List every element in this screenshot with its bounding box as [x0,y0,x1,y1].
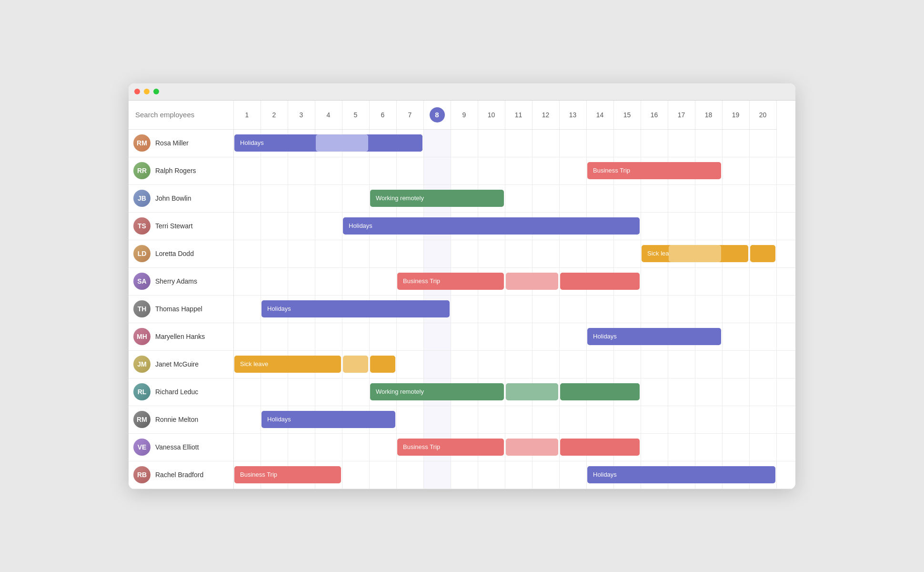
day-cell-9-4 [315,350,342,378]
day-cell-12-11 [505,433,532,461]
day-cell-13-20 [749,461,776,489]
day-cell-4-14 [586,212,613,240]
day-cell-8-16 [641,323,668,350]
day-cell-11-16 [641,406,668,433]
day-header-11: 11 [505,101,532,130]
day-cell-4-8 [423,212,451,240]
day-cell-11-14 [586,406,613,433]
day-cell-2-14 [586,157,613,184]
table-row: RRRalph RogersBusiness Trip [129,157,795,184]
avatar: RM [133,411,151,428]
day-cell-5-20 [749,240,776,267]
day-cell-2-20 [749,157,776,184]
day-cell-12-15 [613,433,641,461]
day-cell-8-20 [749,323,776,350]
day-cell-10-9 [451,378,478,406]
day-cell-13-6 [369,461,396,489]
day-header-16: 16 [641,101,668,130]
day-cell-11-17 [668,406,695,433]
day-cell-2-11 [505,157,532,184]
close-dot[interactable] [134,89,140,94]
day-cell-12-6 [369,433,396,461]
day-cell-6-11 [505,267,532,295]
day-header-6: 6 [369,101,396,130]
day-cell-3-19 [722,184,749,212]
day-cell-3-10 [478,184,505,212]
day-cell-12-16 [641,433,668,461]
day-header-1: 1 [233,101,261,130]
day-cell-3-9 [451,184,478,212]
day-cell-3-18 [695,184,722,212]
day-cell-4-3 [288,212,315,240]
day-cell-6-18 [695,267,722,295]
day-header-9: 9 [451,101,478,130]
day-cell-12-13 [559,433,586,461]
day-cell-4-9 [451,212,478,240]
day-cell-7-18 [695,295,722,323]
day-cell-2-1 [233,157,261,184]
day-cell-5-5 [342,240,369,267]
day-cell-7-10 [478,295,505,323]
day-cell-10-18 [695,378,722,406]
day-cell-8-9 [451,323,478,350]
day-cell-13-1 [233,461,261,489]
search-input[interactable] [135,111,233,119]
day-cell-6-2 [261,267,288,295]
day-cell-11-10 [478,406,505,433]
search-header[interactable] [129,101,233,130]
day-header-4: 4 [315,101,342,130]
day-cell-1-10 [478,129,505,157]
table-row: SASherry AdamsBusiness Trip [129,267,795,295]
day-cell-1-19 [722,129,749,157]
maximize-dot[interactable] [153,89,159,94]
day-cell-4-18 [695,212,722,240]
day-cell-12-14 [586,433,613,461]
day-cell-4-2 [261,212,288,240]
day-cell-5-17 [668,240,695,267]
titlebar [129,83,795,101]
day-cell-13-2 [261,461,288,489]
table-row: JBJohn BowlinWorking remotely [129,184,795,212]
day-cell-4-17 [668,212,695,240]
day-cell-13-16 [641,461,668,489]
day-cell-13-12 [532,461,559,489]
day-header-10: 10 [478,101,505,130]
day-header-8: 8 [423,101,451,130]
day-cell-1-7 [396,129,423,157]
day-cell-6-13 [559,267,586,295]
day-cell-2-2 [261,157,288,184]
day-cell-10-16 [641,378,668,406]
day-cell-5-1 [233,240,261,267]
day-cell-6-15 [613,267,641,295]
day-cell-1-5 [342,129,369,157]
day-cell-13-11 [505,461,532,489]
day-cell-9-3 [288,350,315,378]
day-cell-9-20 [749,350,776,378]
day-cell-2-13 [559,157,586,184]
day-cell-13-15 [613,461,641,489]
day-cell-12-17 [668,433,695,461]
table-row: JMJanet McGuireSick leave [129,350,795,378]
day-cell-4-19 [722,212,749,240]
day-cell-11-4 [315,406,342,433]
day-cell-8-12 [532,323,559,350]
day-cell-1-6 [369,129,396,157]
day-cell-7-15 [613,295,641,323]
day-cell-4-6 [369,212,396,240]
day-cell-8-7 [396,323,423,350]
day-cell-5-3 [288,240,315,267]
avatar: LD [133,245,151,262]
day-cell-2-10 [478,157,505,184]
day-cell-2-16 [641,157,668,184]
day-cell-8-6 [369,323,396,350]
day-cell-8-8 [423,323,451,350]
day-cell-3-12 [532,184,559,212]
day-header-3: 3 [288,101,315,130]
avatar: MH [133,328,151,345]
day-cell-1-1 [233,129,261,157]
day-cell-4-15 [613,212,641,240]
day-cell-3-20 [749,184,776,212]
day-cell-1-17 [668,129,695,157]
minimize-dot[interactable] [144,89,150,94]
table-row: LDLoretta DoddSick leave [129,240,795,267]
